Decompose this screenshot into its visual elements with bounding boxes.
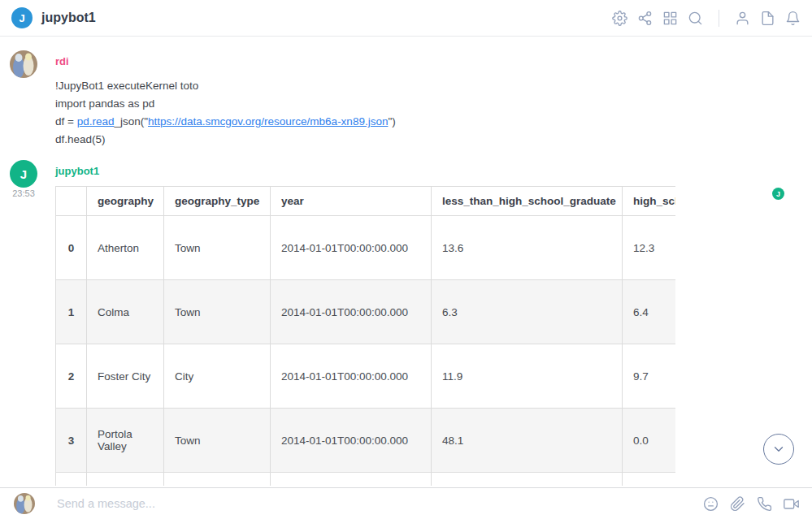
message-text-part: df.head(5) [55, 133, 106, 145]
table-cell: 6.3 [432, 280, 623, 344]
message-line: df.head(5) [55, 131, 396, 149]
message-text-part: df = [55, 115, 77, 128]
table-cell: 13.6 [432, 216, 623, 280]
table-header-cell: geography [87, 187, 164, 216]
table-cell: 2014-01-01T00:00:00.000 [271, 280, 432, 344]
chevron-down-icon [771, 442, 786, 456]
table-header-row: geographygeography_typeyearless_than_hig… [56, 187, 676, 216]
table-row: 2Foster CityCity2014-01-01T00:00:00.0001… [56, 344, 676, 409]
table-cell: 48.1 [432, 409, 623, 473]
bot-avatar[interactable]: J [10, 160, 37, 188]
table-cell: 0.0 [623, 409, 676, 473]
timestamp: 23:53 [5, 188, 42, 198]
table-index-cell [56, 473, 87, 487]
table-cell: Portola Valley [87, 409, 164, 473]
table-cell [164, 473, 271, 487]
table-cell: Town [164, 216, 271, 280]
read-receipt-badge: J [772, 188, 784, 200]
apps-grid-icon[interactable] [662, 11, 678, 26]
table-header-cell: geography_type [164, 187, 271, 216]
channel-title: jupybot1 [41, 11, 96, 25]
message-line: df = pd.read_json("https://data.smcgov.o… [55, 113, 396, 131]
table-cell: 12.3 [623, 216, 676, 280]
settings-icon[interactable] [612, 11, 627, 26]
table-cell: Town [164, 280, 271, 344]
parakeets-photo [10, 50, 37, 78]
message-text-part: ") [388, 115, 395, 128]
table-row [56, 473, 676, 487]
message-link[interactable]: https://data.smcgov.org/resource/mb6a-xn… [148, 115, 388, 128]
video-camera-icon[interactable] [784, 496, 799, 512]
dataframe-table: geographygeography_typeyearless_than_hig… [55, 186, 675, 486]
table-cell: 9.7 [623, 344, 676, 409]
message-line: !JupyBot1 executeKernel toto [55, 77, 396, 95]
toolbar-divider [719, 10, 719, 27]
table-cell: Foster City [87, 344, 164, 409]
table-cell: Colma [87, 280, 164, 344]
message-composer [0, 487, 812, 519]
table-header-cell: year [271, 187, 432, 216]
table-header-cell [56, 187, 87, 216]
dataframe-table-container: geographygeography_typeyearless_than_hig… [55, 186, 675, 486]
channel-header: J jupybot1 [0, 0, 812, 37]
composer-toolbar [703, 496, 802, 512]
table-cell: Town [164, 409, 271, 473]
table-row: 3Portola ValleyTown2014-01-01T00:00:00.0… [56, 409, 676, 473]
table-cell [623, 473, 676, 487]
file-icon[interactable] [760, 11, 775, 26]
message-text-part: _json(" [114, 115, 148, 128]
username[interactable]: jupybot1 [55, 165, 99, 177]
table-header-cell: less_than_high_school_graduate [432, 187, 623, 216]
table-index-cell: 2 [56, 344, 87, 409]
table-index-cell: 3 [56, 409, 87, 473]
table-cell: City [164, 344, 271, 409]
message-input[interactable] [57, 497, 703, 510]
table-cell: 2014-01-01T00:00:00.000 [271, 344, 432, 409]
table-cell: 2014-01-01T00:00:00.000 [271, 216, 432, 280]
own-avatar-photo[interactable] [14, 493, 35, 514]
search-icon[interactable] [688, 11, 703, 26]
parakeets-photo [14, 493, 35, 514]
bell-icon[interactable] [785, 11, 801, 26]
message-text-part: !JupyBot1 executeKernel toto [55, 80, 198, 92]
table-cell [87, 473, 164, 487]
channel-avatar[interactable]: J [11, 7, 33, 28]
header-toolbar [612, 10, 801, 27]
table-index-cell: 0 [56, 216, 87, 280]
paperclip-icon[interactable] [730, 496, 745, 512]
user-avatar-photo[interactable] [10, 50, 37, 78]
user-icon[interactable] [735, 11, 750, 26]
message-line: import pandas as pd [55, 95, 396, 113]
scroll-to-bottom-button[interactable] [763, 434, 794, 465]
table-cell: 11.9 [432, 344, 623, 409]
table-row: 1ColmaTown2014-01-01T00:00:00.0006.36.4 [56, 280, 676, 344]
share-icon[interactable] [637, 11, 653, 26]
table-cell [432, 473, 623, 487]
table-row: 0AthertonTown2014-01-01T00:00:00.00013.6… [56, 216, 676, 280]
table-cell: Atherton [87, 216, 164, 280]
table-cell: 6.4 [623, 280, 676, 344]
table-header-cell: high_school_graduate [623, 187, 676, 216]
table-cell [271, 473, 432, 487]
emoji-icon[interactable] [703, 496, 719, 512]
message-link[interactable]: pd.read [77, 115, 115, 128]
username[interactable]: rdi [55, 55, 69, 67]
table-index-cell: 1 [56, 280, 87, 344]
table-cell: 2014-01-01T00:00:00.000 [271, 409, 432, 473]
message-text-part: import pandas as pd [55, 97, 154, 110]
phone-icon[interactable] [757, 496, 772, 512]
chat-area: rdi !JupyBot1 executeKernel totoimport p… [0, 37, 812, 487]
message-text: !JupyBot1 executeKernel totoimport panda… [55, 77, 396, 149]
